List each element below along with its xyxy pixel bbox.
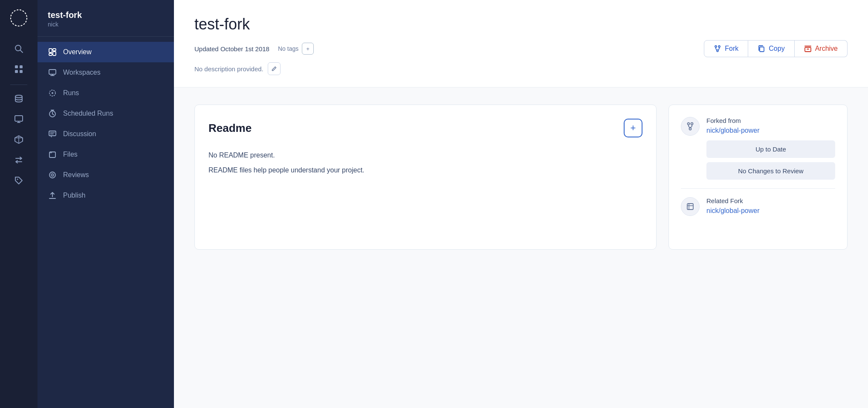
- no-tags-label: No tags +: [278, 43, 314, 55]
- fork-icon: [714, 45, 721, 52]
- sidebar-item-workspaces[interactable]: Workspaces: [38, 62, 174, 83]
- sidebar-item-overview[interactable]: Overview: [38, 42, 174, 62]
- sidebar-item-label: Publish: [63, 192, 85, 199]
- svg-rect-16: [49, 53, 52, 55]
- forked-from-label: Forked from: [706, 117, 835, 124]
- svg-line-25: [52, 114, 54, 115]
- header-meta-left: Updated October 1st 2018 No tags +: [194, 43, 314, 55]
- archive-icon: [804, 45, 812, 52]
- sidebar-item-discussion[interactable]: Discussion: [38, 124, 174, 144]
- readme-help-text: README files help people understand your…: [208, 164, 642, 176]
- sidebar: test-fork nick Overview: [38, 0, 174, 408]
- readme-card: Readme + No README present. README files…: [194, 105, 657, 250]
- copy-button[interactable]: Copy: [748, 40, 794, 57]
- sidebar-item-publish[interactable]: Publish: [38, 185, 174, 206]
- readme-body: No README present. README files help peo…: [208, 149, 642, 176]
- svg-rect-46: [687, 204, 693, 210]
- related-fork-icon: [681, 197, 700, 216]
- svg-rect-4: [20, 65, 23, 68]
- readme-header: Readme +: [208, 119, 642, 137]
- project-owner: nick: [48, 21, 164, 28]
- related-fork-label: Related Fork: [706, 197, 835, 204]
- files-icon: [48, 150, 57, 159]
- archive-button[interactable]: Archive: [795, 40, 848, 57]
- cube-icon[interactable]: [9, 130, 28, 149]
- svg-point-37: [715, 46, 717, 47]
- overview-icon: [48, 47, 57, 57]
- related-fork-content: Related Fork nick/global-power: [706, 197, 835, 221]
- workspaces-icon: [48, 68, 57, 77]
- svg-rect-6: [20, 70, 23, 73]
- related-fork-section: Related Fork nick/global-power: [681, 197, 835, 221]
- app-logo[interactable]: [9, 9, 28, 27]
- project-name: test-fork: [48, 10, 164, 20]
- transfer-icon[interactable]: [9, 151, 28, 169]
- sidebar-item-files[interactable]: Files: [38, 144, 174, 165]
- page-title: test-fork: [194, 15, 848, 33]
- svg-line-2: [20, 50, 23, 53]
- monitor-icon[interactable]: [9, 110, 28, 128]
- description-text: No description provided.: [194, 65, 263, 73]
- svg-point-38: [718, 46, 720, 47]
- icon-bar: [0, 0, 38, 408]
- sidebar-item-scheduled-runs[interactable]: Scheduled Runs: [38, 103, 174, 124]
- no-readme-text: No README present.: [208, 149, 642, 161]
- fork-divider: [681, 188, 835, 189]
- database-icon[interactable]: [9, 89, 28, 108]
- svg-rect-15: [53, 49, 56, 51]
- header-meta: Updated October 1st 2018 No tags + Fork: [194, 40, 848, 57]
- sidebar-item-runs[interactable]: Runs: [38, 83, 174, 103]
- svg-rect-17: [53, 52, 56, 55]
- add-tag-button[interactable]: +: [302, 43, 314, 55]
- sidebar-item-label: Files: [63, 151, 78, 158]
- readme-add-button[interactable]: +: [624, 119, 642, 137]
- scheduled-runs-icon: [48, 109, 57, 118]
- copy-icon: [758, 45, 765, 52]
- svg-rect-40: [760, 47, 764, 52]
- fork-detail-icon: [686, 122, 695, 131]
- no-changes-button[interactable]: No Changes to Review: [706, 162, 835, 180]
- plus-icon: +: [631, 122, 636, 134]
- apps-icon[interactable]: [9, 60, 28, 79]
- forked-from-section: Forked from nick/global-power Up to Date…: [681, 117, 835, 180]
- publish-icon: [48, 191, 57, 200]
- main-header: test-fork Updated October 1st 2018 No ta…: [174, 0, 868, 87]
- sidebar-item-label: Workspaces: [63, 69, 101, 76]
- svg-rect-41: [805, 47, 811, 52]
- svg-rect-8: [15, 116, 23, 121]
- sidebar-item-label: Reviews: [63, 171, 89, 179]
- up-to-date-button[interactable]: Up to Date: [706, 140, 835, 158]
- header-actions: Fork Copy Archive: [704, 40, 848, 57]
- sidebar-item-label: Overview: [63, 48, 92, 56]
- svg-point-7: [15, 95, 22, 98]
- edit-description-button[interactable]: [268, 62, 281, 75]
- svg-rect-14: [49, 49, 52, 52]
- sidebar-nav: Overview Workspaces Runs: [38, 37, 174, 211]
- fork-button[interactable]: Fork: [704, 40, 748, 57]
- main-body: Readme + No README present. README files…: [174, 87, 868, 267]
- forked-from-link[interactable]: nick/global-power: [706, 127, 835, 134]
- svg-point-0: [11, 10, 27, 26]
- fork-section-content: Forked from nick/global-power Up to Date…: [706, 117, 835, 180]
- main-content: test-fork Updated October 1st 2018 No ta…: [174, 0, 868, 408]
- svg-point-13: [17, 179, 18, 180]
- updated-date: Updated October 1st 2018: [194, 45, 269, 52]
- svg-point-44: [691, 123, 693, 125]
- tag-icon[interactable]: [9, 171, 28, 190]
- search-icon[interactable]: [9, 39, 28, 58]
- svg-point-34: [52, 175, 53, 175]
- svg-point-43: [688, 123, 690, 125]
- fork-info-card: Forked from nick/global-power Up to Date…: [668, 105, 848, 250]
- description-row: No description provided.: [194, 62, 848, 75]
- svg-rect-18: [49, 70, 56, 74]
- fork-section-icon: [681, 117, 700, 136]
- sidebar-item-reviews[interactable]: Reviews: [38, 165, 174, 185]
- sidebar-item-label: Discussion: [63, 130, 96, 138]
- svg-point-45: [689, 128, 692, 130]
- sidebar-item-label: Scheduled Runs: [63, 110, 113, 117]
- svg-rect-27: [49, 131, 56, 136]
- related-fork-link[interactable]: nick/global-power: [706, 207, 835, 215]
- reviews-icon: [48, 170, 57, 180]
- svg-point-22: [52, 92, 53, 94]
- svg-rect-3: [15, 65, 18, 68]
